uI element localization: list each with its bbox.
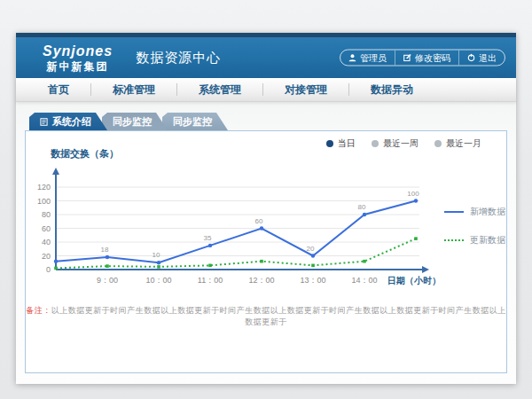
svg-text:60: 60 bbox=[42, 224, 51, 233]
tab-label: 同步监控 bbox=[113, 115, 152, 129]
app-window: Synjones 新中新集团 数据资源中心 管理员 修改密码 退出 首页 标准管… bbox=[16, 33, 516, 384]
green-dotted-line-icon bbox=[444, 239, 464, 241]
svg-text:20: 20 bbox=[307, 245, 315, 253]
tab-label: 同步监控 bbox=[173, 115, 212, 129]
radio-unselected-icon bbox=[372, 140, 379, 147]
change-password-button[interactable]: 修改密码 bbox=[395, 51, 458, 66]
tab-strip: 系统介绍 同步监控 同步监控 bbox=[29, 113, 507, 130]
tab-sync-monitor-1[interactable]: 同步监控 bbox=[102, 113, 168, 130]
edit-icon bbox=[403, 54, 411, 62]
svg-text:日期（小时）: 日期（小时） bbox=[387, 276, 441, 286]
logout-label: 退出 bbox=[479, 51, 497, 64]
logo-text-en: Synjones bbox=[43, 44, 113, 59]
radio-last-week[interactable]: 最近一周 bbox=[372, 137, 419, 150]
tab-system-intro[interactable]: 系统介绍 bbox=[29, 113, 107, 130]
svg-text:100: 100 bbox=[407, 190, 419, 198]
logo-text-cn: 新中新集团 bbox=[43, 61, 113, 72]
person-icon bbox=[348, 54, 356, 62]
svg-text:80: 80 bbox=[358, 203, 366, 211]
app-header: Synjones 新中新集团 数据资源中心 管理员 修改密码 退出 bbox=[16, 37, 516, 78]
svg-text:0: 0 bbox=[46, 265, 51, 274]
line-chart: 0204060801001209：0010：0011：0012：0013：001… bbox=[36, 165, 444, 300]
radio-last-week-label: 最近一周 bbox=[383, 137, 419, 150]
svg-text:11：00: 11：00 bbox=[198, 276, 223, 285]
svg-text:18: 18 bbox=[101, 246, 109, 254]
time-range-filter: 当日 最近一周 最近一月 bbox=[326, 137, 481, 150]
main-nav: 首页 标准管理 系统管理 对接管理 数据异动 bbox=[16, 78, 516, 102]
svg-text:120: 120 bbox=[37, 183, 51, 192]
svg-text:13：00: 13：00 bbox=[300, 276, 325, 285]
legend-updated-data: 更新数据 bbox=[444, 234, 505, 246]
user-actions-group: 管理员 修改密码 退出 bbox=[340, 50, 505, 66]
svg-text:14：00: 14：00 bbox=[351, 276, 377, 285]
nav-item-data-change[interactable]: 数据异动 bbox=[348, 83, 434, 96]
chart-panel: 当日 最近一周 最近一月 数据交换（条） 0204060801001209：00… bbox=[25, 130, 507, 373]
page-title: 数据资源中心 bbox=[136, 50, 221, 66]
content-area: 系统介绍 同步监控 同步监控 当日 最近一周 bbox=[16, 102, 516, 384]
svg-text:60: 60 bbox=[255, 217, 263, 225]
series-legend: 新增数据 更新数据 bbox=[444, 206, 505, 246]
svg-text:80: 80 bbox=[42, 210, 51, 219]
tab-label: 系统介绍 bbox=[52, 115, 91, 129]
nav-item-interface-management[interactable]: 对接管理 bbox=[262, 83, 348, 96]
svg-text:20: 20 bbox=[42, 252, 51, 261]
svg-text:12：00: 12：00 bbox=[248, 276, 274, 285]
company-logo: Synjones 新中新集团 bbox=[43, 44, 113, 72]
nav-item-home[interactable]: 首页 bbox=[27, 83, 90, 96]
blue-line-icon bbox=[444, 211, 464, 213]
logout-button[interactable]: 退出 bbox=[458, 51, 505, 66]
radio-unselected-icon bbox=[434, 140, 442, 147]
nav-item-system-management[interactable]: 系统管理 bbox=[176, 83, 262, 96]
radio-today-label: 当日 bbox=[338, 137, 356, 150]
footnote-text: 以上数据更新于时间产生数据以上数据更新于时间产生数据以上数据更新于时间产生数据以… bbox=[51, 306, 506, 326]
svg-text:10: 10 bbox=[153, 251, 160, 259]
nav-item-standard-management[interactable]: 标准管理 bbox=[90, 83, 176, 96]
legend-updated-data-label: 更新数据 bbox=[470, 234, 505, 246]
radio-today[interactable]: 当日 bbox=[326, 137, 356, 150]
radio-last-month-label: 最近一月 bbox=[446, 137, 481, 150]
svg-text:40: 40 bbox=[42, 238, 51, 246]
svg-text:35: 35 bbox=[204, 234, 212, 242]
svg-text:100: 100 bbox=[37, 197, 51, 206]
document-icon bbox=[40, 118, 48, 126]
footnote: 备注：以上数据更新于时间产生数据以上数据更新于时间产生数据以上数据更新于时间产生… bbox=[26, 305, 506, 328]
admin-user-label: 管理员 bbox=[360, 51, 387, 64]
change-password-label: 修改密码 bbox=[415, 51, 450, 64]
radio-selected-icon bbox=[326, 140, 333, 147]
svg-text:9：00: 9：00 bbox=[97, 276, 118, 285]
power-icon bbox=[467, 54, 475, 62]
legend-new-data: 新增数据 bbox=[444, 206, 505, 218]
legend-new-data-label: 新增数据 bbox=[470, 206, 505, 218]
line-chart-svg: 0204060801001209：0010：0011：0012：0013：001… bbox=[36, 165, 444, 300]
tab-sync-monitor-2[interactable]: 同步监控 bbox=[162, 113, 228, 130]
y-axis-title: 数据交换（条） bbox=[51, 147, 119, 160]
footnote-prefix: 备注： bbox=[26, 306, 51, 315]
admin-user-button[interactable]: 管理员 bbox=[340, 51, 395, 66]
svg-text:10：00: 10：00 bbox=[145, 276, 171, 285]
radio-last-month[interactable]: 最近一月 bbox=[434, 137, 481, 150]
